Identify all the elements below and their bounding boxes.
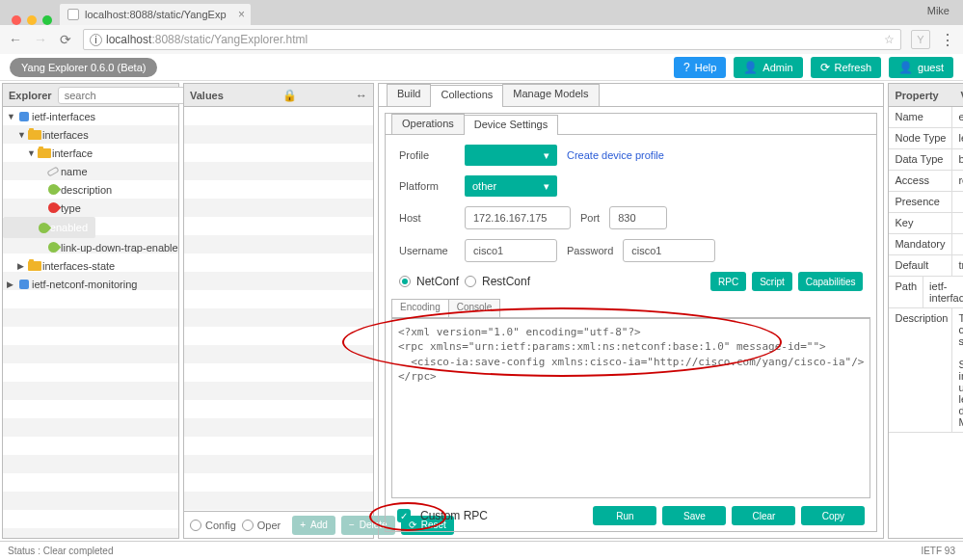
tree-node[interactable]: ▼interfaces xyxy=(3,125,178,144)
bottom-actions: ✓ Custom RPC Run Save Clear Copy xyxy=(386,504,876,531)
help-button[interactable]: ?Help xyxy=(674,57,726,78)
tree-node-selected[interactable]: enabled xyxy=(3,217,95,238)
refresh-icon: ⟳ xyxy=(820,61,830,74)
values-panel: Values 🔒 ↔ Config Oper + Add − Delete ⟳ … xyxy=(183,83,374,539)
encoding-tabs: Encoding Console xyxy=(391,299,870,318)
script-button[interactable]: Script xyxy=(752,272,792,291)
expand-icon[interactable]: ↔ xyxy=(356,89,367,102)
port-input[interactable] xyxy=(609,206,667,229)
property-row: Pathietf-interfaces/interfaces/interface… xyxy=(889,277,963,308)
tree-node[interactable]: ▼ietf-interfaces xyxy=(3,107,178,125)
oper-option[interactable]: Oper xyxy=(242,520,281,531)
refresh-button[interactable]: ⟳Refresh xyxy=(811,57,882,78)
menu-icon[interactable]: ⋮ xyxy=(940,31,955,49)
xml-editor[interactable]: <?xml version="1.0" encoding="utf-8"?> <… xyxy=(391,318,870,498)
tree-node[interactable]: ▶ietf-netconf-monitoring xyxy=(3,275,178,293)
property-row: Nameenabled xyxy=(889,107,963,128)
restconf-radio[interactable] xyxy=(465,276,476,287)
username-label: Username xyxy=(399,245,455,256)
extension-icon[interactable]: Y xyxy=(911,30,930,49)
platform-select[interactable]: other▾ xyxy=(465,175,557,197)
favicon-icon xyxy=(67,9,79,20)
tree-node[interactable]: link-up-down-trap-enable xyxy=(3,238,178,256)
values-body xyxy=(184,107,373,511)
values-title: Values xyxy=(190,90,224,101)
minimize-icon[interactable] xyxy=(27,15,37,25)
save-button[interactable]: Save xyxy=(662,506,726,525)
config-option[interactable]: Config xyxy=(190,520,236,531)
user-icon: 👤 xyxy=(743,61,758,74)
back-icon[interactable]: ← xyxy=(8,32,23,47)
values-footer: Config Oper + Add − Delete ⟳ Reset xyxy=(184,511,373,538)
tab-device-settings[interactable]: Device Settings xyxy=(464,115,558,135)
property-row: Data Typeboolean xyxy=(889,149,963,171)
guest-button[interactable]: 👤guest xyxy=(889,57,953,78)
app-title-badge: Yang Explorer 0.6.0 (Beta) xyxy=(10,58,157,77)
username-input[interactable] xyxy=(465,239,557,262)
property-row: Presence xyxy=(889,192,963,213)
tab-manage-models[interactable]: Manage Models xyxy=(502,84,599,106)
tree-node[interactable]: ▶interfaces-state xyxy=(3,256,178,275)
tab-encoding[interactable]: Encoding xyxy=(391,299,449,317)
tab-build[interactable]: Build xyxy=(387,84,431,106)
create-profile-link[interactable]: Create device profile xyxy=(567,149,664,161)
rpc-button[interactable]: RPC xyxy=(710,272,746,291)
values-header: Values 🔒 ↔ xyxy=(184,84,373,107)
browser-chrome: localhost:8088/static/YangExp × Mike ← →… xyxy=(0,0,963,54)
forward-icon: → xyxy=(33,32,48,47)
status-bar: Status : Clear completed IETF 93 xyxy=(0,541,963,560)
chevron-down-icon: ▾ xyxy=(544,180,549,193)
capabilities-button[interactable]: Capabilities xyxy=(798,272,864,291)
tab-operations[interactable]: Operations xyxy=(391,114,465,134)
explorer-panel: Explorer ▼ietf-interfaces ▼interfaces ▼i… xyxy=(2,83,179,539)
netconf-label: NetConf xyxy=(416,275,459,288)
property-row: Accessread-write xyxy=(889,171,963,192)
address-bar: ← → ⟳ i localhost:8088/static/YangExplor… xyxy=(0,25,963,54)
tree-node[interactable]: name xyxy=(3,162,178,180)
run-button[interactable]: Run xyxy=(593,506,656,525)
profile-label[interactable]: Mike xyxy=(927,5,950,16)
custom-rpc-checkbox[interactable]: ✓ xyxy=(397,509,411,522)
property-row: Mandatory xyxy=(889,234,963,255)
search-input[interactable] xyxy=(58,87,204,104)
status-text: Status : Clear completed xyxy=(8,546,114,556)
add-button[interactable]: + Add xyxy=(292,516,335,535)
bookmark-icon[interactable]: ☆ xyxy=(884,33,895,46)
tree-node[interactable]: description xyxy=(3,180,178,199)
property-row: Defaulttrue xyxy=(889,255,963,277)
maximize-icon[interactable] xyxy=(42,15,52,25)
status-right: IETF 93 xyxy=(921,546,955,556)
property-col-label: Property xyxy=(895,90,954,101)
password-input[interactable] xyxy=(623,239,715,262)
device-subpanel: Operations Device Settings Profile ▾ Cre… xyxy=(385,113,877,532)
url-input[interactable]: i localhost:8088/static/YangExplorer.htm… xyxy=(83,29,901,50)
tab-console[interactable]: Console xyxy=(448,299,501,317)
model-tree[interactable]: ▼ietf-interfaces ▼interfaces ▼interface … xyxy=(3,107,178,538)
profile-select[interactable]: ▾ xyxy=(465,145,557,166)
lock-icon[interactable]: 🔒 xyxy=(282,89,297,102)
netconf-radio[interactable] xyxy=(399,276,411,287)
window-controls[interactable] xyxy=(6,9,60,25)
url-path: /static/YangExplorer.html xyxy=(180,33,308,46)
copy-button[interactable]: Copy xyxy=(801,506,865,525)
site-info-icon[interactable]: i xyxy=(90,34,102,46)
tree-node[interactable]: type xyxy=(3,199,178,217)
reload-icon[interactable]: ⟳ xyxy=(58,32,73,47)
property-row: Node Typeleaf xyxy=(889,128,963,149)
tab-collections[interactable]: Collections xyxy=(430,85,503,107)
browser-tab[interactable]: localhost:8088/static/YangExp × xyxy=(60,4,251,25)
close-tab-icon[interactable]: × xyxy=(238,8,245,21)
tree-node[interactable]: ▼interface xyxy=(3,144,178,162)
platform-label: Platform xyxy=(399,180,455,192)
admin-button[interactable]: 👤Admin xyxy=(734,57,802,78)
property-header: Property Value xyxy=(889,84,963,107)
url-port: :8088 xyxy=(151,33,180,46)
host-input[interactable] xyxy=(465,206,571,229)
profile-label: Profile xyxy=(399,149,455,161)
close-icon[interactable] xyxy=(12,15,21,25)
protocol-row: NetConf RestConf RPC Script Capabilities xyxy=(386,272,876,299)
clear-button[interactable]: Clear xyxy=(732,506,795,525)
host-label: Host xyxy=(399,212,455,224)
explorer-title: Explorer xyxy=(9,90,52,101)
browser-tabbar: localhost:8088/static/YangExp × Mike xyxy=(0,0,963,25)
